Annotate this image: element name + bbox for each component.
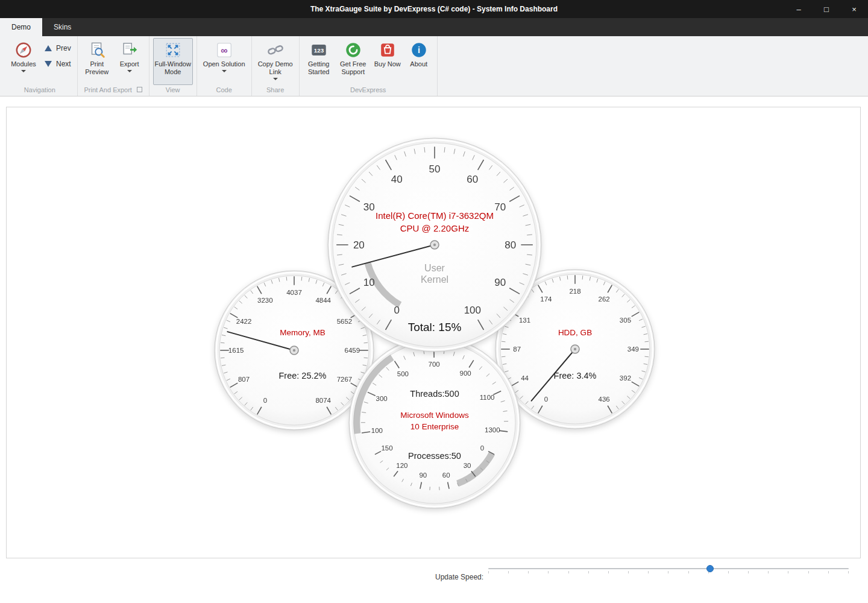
info-icon: i (410, 41, 428, 59)
ribbon-tab-strip: Demo Skins (0, 18, 868, 36)
tick-label: 120 (396, 462, 407, 469)
export-icon (121, 41, 139, 59)
getting-started-button[interactable]: 123 Getting Started (303, 38, 335, 85)
os-gauge: 100300500700900110013001501209060300Thre… (343, 331, 526, 514)
tick-label: 0 (544, 396, 548, 403)
slider-tick (548, 571, 549, 573)
chevron-down-icon (273, 78, 278, 80)
slider-tick (808, 571, 809, 573)
about-label: About (410, 60, 427, 68)
tick-label: 30 (363, 201, 375, 213)
tick-label: 1615 (228, 347, 244, 354)
tick-label: 500 (397, 370, 409, 377)
gauge-text: Memory, MB (280, 328, 326, 337)
up-triangle-icon (45, 45, 52, 51)
slider-tick (608, 571, 609, 573)
print-preview-button[interactable]: Print Preview (81, 38, 113, 85)
ribbon-group-code: ∞ Open Solution Code (197, 36, 252, 96)
svg-text:123: 123 (313, 47, 324, 54)
getting-started-123-icon: 123 (310, 41, 328, 59)
slider-tick (568, 571, 569, 573)
modules-button[interactable]: Modules (6, 38, 41, 85)
tick-label: 90 (419, 472, 427, 479)
minor-tick (582, 276, 583, 280)
get-free-support-button[interactable]: Get Free Support (336, 38, 371, 85)
gauge-text: Microsoft Windows (400, 411, 469, 420)
dialog-launcher-icon[interactable] (137, 87, 142, 92)
gauge-text: User (424, 263, 445, 273)
export-button[interactable]: Export (114, 38, 145, 85)
prev-button[interactable]: Prev (45, 44, 71, 52)
cpu-gauge: 0102030405060708090100Intel(R) Core(TM) … (322, 132, 547, 358)
minor-tick (567, 276, 568, 280)
print-preview-label: Print Preview (83, 60, 112, 76)
getting-started-label: Getting Started (304, 60, 333, 76)
slider-thumb[interactable] (706, 565, 714, 572)
copy-demo-link-button[interactable]: Copy Demo Link (256, 38, 295, 85)
copy-demo-link-label: Copy Demo Link (257, 60, 294, 76)
slider-tick (588, 571, 589, 573)
about-button[interactable]: i About (404, 38, 433, 85)
tab-skins[interactable]: Skins (42, 18, 83, 36)
tick-label: 0 (263, 397, 267, 404)
ribbon: Modules Prev Next Navigation (0, 36, 868, 96)
tick-label: 30 (464, 462, 471, 469)
maximize-button[interactable]: □ (813, 0, 840, 18)
next-button[interactable]: Next (45, 60, 71, 68)
full-window-icon (164, 41, 182, 59)
tick-label: 60 (467, 174, 478, 185)
group-label-text: Share (266, 86, 284, 93)
support-icon (344, 41, 362, 59)
tick-label: 8074 (315, 397, 331, 404)
gauge-text: Intel(R) Core(TM) i7-3632QM (376, 210, 494, 221)
prev-label: Prev (56, 44, 71, 52)
group-label-text: View (166, 86, 180, 93)
minor-tick (645, 356, 649, 357)
tick-label: 100 (464, 305, 481, 316)
open-solution-button[interactable]: ∞ Open Solution (201, 38, 248, 85)
tick-label: 150 (381, 444, 392, 452)
full-window-mode-label: Full-Window Mode (154, 60, 192, 76)
ribbon-group-navigation: Modules Prev Next Navigation (2, 36, 78, 96)
gauge-text: Total: 15% (408, 321, 462, 333)
tick-label: 2422 (236, 318, 252, 325)
tick-label: 80 (505, 239, 516, 251)
tick-label: 1300 (485, 426, 500, 434)
get-free-support-label: Get Free Support (337, 60, 370, 76)
nav-small-buttons: Prev Next (42, 38, 74, 85)
tick-label: 392 (620, 374, 631, 382)
window-controls: – □ × (785, 0, 868, 18)
gauge-text: Threads:500 (410, 389, 459, 399)
link-icon (266, 41, 285, 59)
minimize-button[interactable]: – (785, 0, 813, 18)
ribbon-group-share: Copy Demo Link Share (252, 36, 300, 96)
tick-label: 900 (460, 370, 471, 377)
tick-label: 700 (429, 361, 440, 368)
tick-label: 3230 (257, 297, 273, 304)
group-label-navigation: Navigation (4, 85, 76, 96)
close-button[interactable]: × (840, 0, 868, 18)
export-label: Export (120, 60, 139, 68)
gauge-text: Free: 25.2% (279, 371, 327, 380)
minor-tick (301, 277, 302, 281)
tab-demo[interactable]: Demo (0, 18, 42, 36)
modules-label: Modules (11, 60, 36, 68)
titlebar: The XtraGauge Suite by DevExpress (C# co… (0, 0, 868, 18)
full-window-mode-button[interactable]: Full-Window Mode (153, 38, 193, 85)
minor-tick (221, 343, 225, 343)
svg-text:∞: ∞ (221, 45, 227, 55)
compass-icon (14, 41, 33, 59)
gauge-text: 10 Enterprise (410, 422, 459, 431)
update-speed-slider[interactable] (488, 564, 849, 580)
tick-label: 90 (494, 277, 506, 288)
slider-tick (528, 571, 529, 573)
visual-studio-icon: ∞ (215, 41, 233, 59)
chevron-down-icon (21, 70, 26, 72)
gauge-text: Processes:50 (408, 451, 461, 461)
slider-track[interactable] (488, 568, 849, 569)
chevron-down-icon (127, 70, 132, 72)
minor-tick (645, 341, 649, 342)
tick-label: 1100 (480, 394, 495, 401)
buy-now-button[interactable]: Buy Now (372, 38, 403, 85)
tick-label: 436 (599, 396, 610, 403)
